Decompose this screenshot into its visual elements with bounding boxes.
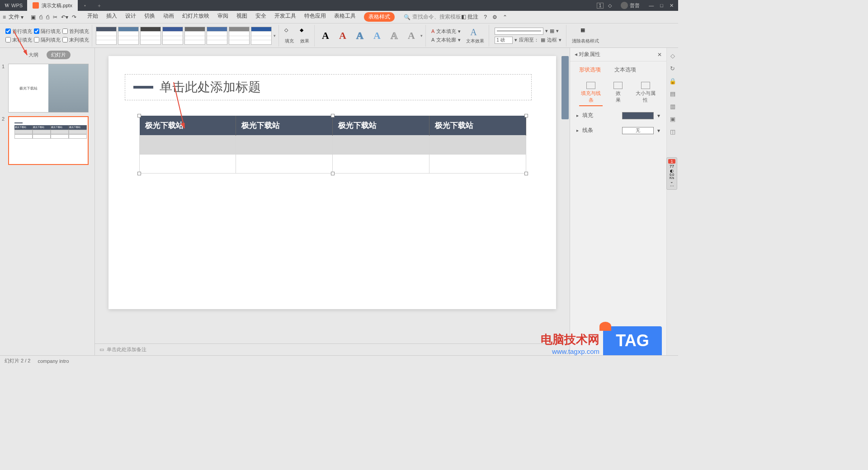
file-menu[interactable]: 文件▾ — [6, 12, 26, 22]
add-tab-button[interactable]: ＋ — [92, 2, 106, 9]
print-icon[interactable]: ⎙ — [46, 14, 49, 20]
tab-slides[interactable]: 幻灯片 — [47, 51, 71, 59]
wordart-1[interactable]: A — [318, 28, 333, 43]
help-icon[interactable]: ? — [484, 14, 487, 20]
table-style-3[interactable] — [140, 27, 161, 45]
wordart-6[interactable]: A — [404, 28, 419, 43]
menu-review[interactable]: 审阅 — [217, 12, 228, 22]
table-style-8[interactable] — [251, 27, 272, 45]
skin-icon[interactable]: ◇ — [604, 3, 616, 9]
slide-canvas[interactable]: 单击此处添加标题 极光下载站 极光下载站 极光下载站 极光下载站 — [95, 48, 570, 343]
table-style-2[interactable] — [118, 27, 139, 45]
menu-start[interactable]: 开始 — [87, 12, 98, 22]
th-4[interactable]: 极光下载站 — [429, 116, 526, 136]
cut-icon[interactable]: ✂ — [53, 14, 57, 20]
collapse-ribbon-icon[interactable]: ⌃ — [503, 14, 507, 20]
float-widget[interactable]: 1 77 ◐ 0.0K/s ⌄ ⋯ — [666, 157, 677, 190]
chevron-down-icon[interactable]: ▾ — [657, 113, 660, 119]
float-expand-icon[interactable]: ⌄ — [667, 179, 677, 184]
tab-shape-options[interactable]: 形状选项 — [579, 64, 601, 75]
menu-transition[interactable]: 切换 — [144, 12, 155, 22]
canvas-scrollbar[interactable] — [561, 56, 569, 183]
menu-table-style[interactable]: 表格样式 — [364, 12, 395, 22]
rotate-icon[interactable]: ↻ — [669, 65, 676, 72]
image-icon[interactable]: ▣ — [669, 116, 676, 123]
tab-text-options[interactable]: 文本选项 — [614, 64, 636, 75]
chk-banded-col[interactable]: 隔列填充 — [34, 37, 61, 43]
chk-banded-row[interactable]: 隔行填充 — [34, 28, 61, 35]
effect-button[interactable]: ◆效果 — [298, 26, 311, 45]
menu-animation[interactable]: 动画 — [163, 12, 174, 22]
selection-handle[interactable] — [137, 172, 141, 175]
wordart-3[interactable]: A — [353, 28, 367, 43]
line-row[interactable]: ▸ 线条 无▾ — [570, 123, 666, 138]
selection-handle[interactable] — [331, 114, 335, 118]
settings-icon[interactable]: ⚙ — [492, 14, 497, 20]
subtab-size[interactable]: 大小与属性 — [634, 80, 657, 106]
selection-handle[interactable] — [137, 114, 141, 118]
menu-slideshow[interactable]: 幻灯片放映 — [182, 12, 209, 22]
wordart-2[interactable]: A — [335, 28, 350, 43]
menu-icon[interactable]: ≡ — [3, 14, 6, 20]
search-box[interactable]: 🔍 查找命令、搜索模板 — [404, 13, 461, 21]
chevron-down-icon[interactable]: ▾ — [657, 127, 660, 134]
menu-table-tools[interactable]: 表格工具 — [334, 12, 356, 22]
selection-handle[interactable] — [524, 172, 528, 175]
slide-thumb-1[interactable]: 极光下载站 — [8, 64, 89, 113]
save-icon[interactable]: ▣ — [31, 14, 36, 20]
fill-row[interactable]: ▸ 填充 ▾ — [570, 108, 666, 123]
document-tab[interactable]: 演示文稿.pptx — [27, 0, 78, 11]
subtab-effect[interactable]: 效果 — [613, 80, 623, 106]
chk-last-col[interactable]: 末列填充 — [62, 37, 89, 43]
minimize-icon[interactable]: — — [649, 3, 654, 8]
styles-more-icon[interactable]: ▾ — [274, 33, 276, 38]
maximize-icon[interactable]: □ — [660, 3, 663, 8]
gallery-icon[interactable]: ◫ — [669, 128, 676, 136]
notes-bar[interactable]: ▭ 单击此处添加备注 — [95, 343, 570, 355]
language-indicator[interactable]: company intro — [38, 358, 69, 364]
fill-swatch[interactable] — [622, 112, 654, 119]
th-3[interactable]: 极光下载站 — [333, 116, 429, 136]
fill-button[interactable]: ◇填充 — [283, 26, 296, 45]
window-count-icon[interactable]: 1 — [597, 3, 604, 9]
wordart-4[interactable]: A — [370, 28, 384, 43]
main-table[interactable]: 极光下载站 极光下载站 极光下载站 极光下载站 — [139, 116, 526, 174]
line-swatch[interactable]: 无 — [622, 127, 654, 134]
wordart-5[interactable]: A — [387, 28, 401, 43]
table-style-1[interactable] — [96, 27, 117, 45]
menu-insert[interactable]: 插入 — [106, 12, 117, 22]
table-style-6[interactable] — [207, 27, 227, 45]
table-style-4[interactable] — [162, 27, 183, 45]
close-icon[interactable]: ✕ — [670, 3, 674, 9]
user-badge[interactable]: 普普 — [616, 2, 644, 9]
line-style-select[interactable]: ▾ ▦▾ — [493, 27, 563, 35]
float-more-icon[interactable]: ⋯ — [667, 184, 677, 188]
text-fill-button[interactable]: A文本填充 ▾ — [429, 28, 462, 35]
undo-icon[interactable]: ↶▾ — [61, 14, 68, 20]
layer-icon[interactable]: ▤ — [669, 90, 676, 98]
table-style-5[interactable] — [184, 27, 205, 45]
table-object[interactable]: 极光下载站 极光下载站 极光下载站 极光下载站 — [139, 116, 526, 174]
selection-handle[interactable] — [331, 172, 335, 175]
menu-special[interactable]: 特色应用 — [304, 12, 326, 22]
menu-view[interactable]: 视图 — [236, 12, 247, 22]
menu-design[interactable]: 设计 — [125, 12, 136, 22]
text-outline-button[interactable]: A文本轮廓 ▾ — [429, 36, 462, 44]
chk-first-col[interactable]: 首列填充 — [62, 28, 89, 35]
selection-handle[interactable] — [524, 114, 528, 118]
wps-logo[interactable]: 𝐖 WPS — [0, 3, 27, 9]
clipboard-icon[interactable]: ▥ — [669, 103, 676, 110]
menu-security[interactable]: 安全 — [255, 12, 266, 22]
wordart-more-icon[interactable]: ▾ — [420, 33, 423, 38]
subtab-fill-line[interactable]: 填充与线条 — [579, 80, 603, 106]
annotate-button[interactable]: ◧ 批注 — [461, 13, 478, 21]
table-style-7[interactable] — [229, 27, 250, 45]
clear-table-style-button[interactable]: ▦清除表格样式 — [570, 26, 601, 45]
redo-icon[interactable]: ↷ — [72, 14, 76, 20]
text-effect-button[interactable]: A文本效果 — [464, 26, 486, 45]
lock-icon[interactable]: 🔒 — [669, 78, 676, 85]
slide-thumb-2[interactable]: 极光下载站极光下载站极光下载站极光下载站 — [8, 116, 89, 165]
select-icon[interactable]: ◇ — [669, 52, 676, 60]
line-weight-select[interactable]: 1 磅▾ 应用至： ▦边框▾ — [493, 36, 563, 44]
print-preview-icon[interactable]: ⎙ — [39, 14, 42, 20]
